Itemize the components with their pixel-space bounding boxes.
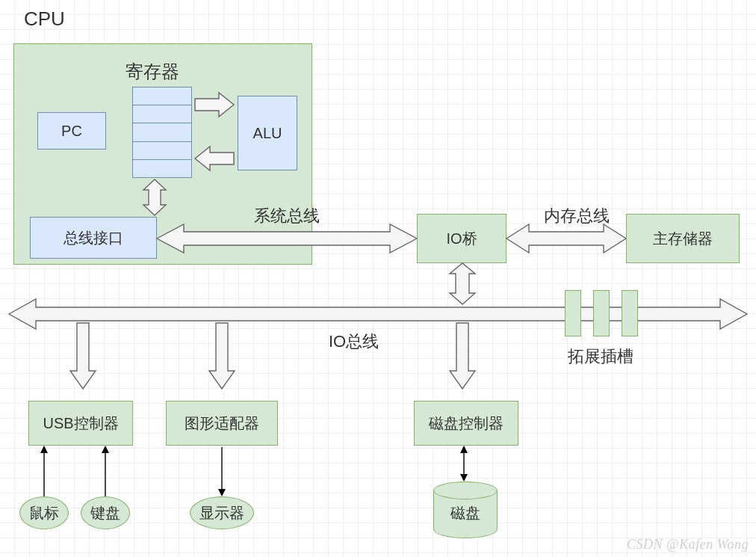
disk-label: 磁盘 [433,503,498,523]
pc-box: PC [37,112,106,150]
cpu-title: CPU [24,7,65,31]
main-memory-box: 主存储器 [626,214,740,263]
io-bridge-label: IO桥 [446,229,477,249]
expansion-slots-label: 拓展插槽 [568,345,633,368]
expansion-slot-2 [593,290,610,336]
expansion-slot-3 [622,290,638,336]
registers-label: 寄存器 [126,60,179,84]
usb-controller-label: USB控制器 [43,413,118,434]
svg-marker-9 [450,323,475,389]
graphics-adapter-label: 图形适配器 [185,413,259,434]
disk-cylinder: 磁盘 [433,481,498,538]
svg-marker-5 [450,263,475,304]
mouse-ellipse: 鼠标 [19,496,69,529]
arrow-iobridge-to-iobus [450,263,475,304]
graphics-adapter-box: 图形适配器 [166,401,278,446]
system-bus-label: 系统总线 [254,205,320,227]
bus-interface-box: 总线接口 [30,217,157,259]
watermark: CSDN @Kafen Wong [627,537,749,553]
expansion-slot-1 [565,290,581,336]
arrow-iobus-to-usb [70,323,96,390]
io-bridge-box: IO桥 [417,214,506,263]
display-label: 显示器 [199,503,244,523]
arrow-keyboard-to-usb [100,446,111,498]
svg-marker-4 [506,224,626,253]
display-ellipse: 显示器 [190,496,254,529]
svg-marker-17 [460,446,468,453]
arrow-mouse-to-usb [39,446,49,498]
alu-label: ALU [253,125,282,142]
io-bus-label: IO总线 [329,330,379,353]
memory-bus-arrow [506,223,626,260]
disk-controller-box: 磁盘控制器 [414,401,518,446]
svg-marker-8 [209,323,235,389]
arrow-iobus-to-disk [450,323,475,390]
usb-controller-box: USB控制器 [28,401,133,446]
svg-marker-13 [102,446,109,453]
bus-interface-label: 总线接口 [63,228,123,248]
arrow-gfx-to-display [217,446,227,498]
main-memory-label: 主存储器 [653,229,713,249]
register-file [132,87,192,178]
svg-marker-15 [218,489,226,496]
svg-marker-18 [460,474,468,481]
alu-box: ALU [238,96,297,170]
memory-bus-label: 内存总线 [544,205,610,227]
svg-marker-7 [70,323,96,389]
disk-controller-label: 磁盘控制器 [429,413,504,434]
mouse-label: 鼠标 [29,503,59,523]
svg-marker-11 [40,446,48,453]
keyboard-ellipse: 键盘 [81,496,130,529]
pc-label: PC [61,123,82,140]
arrow-iobus-to-gfx [209,323,235,390]
arrow-diskctrl-disk [459,446,469,483]
keyboard-label: 键盘 [90,503,120,523]
